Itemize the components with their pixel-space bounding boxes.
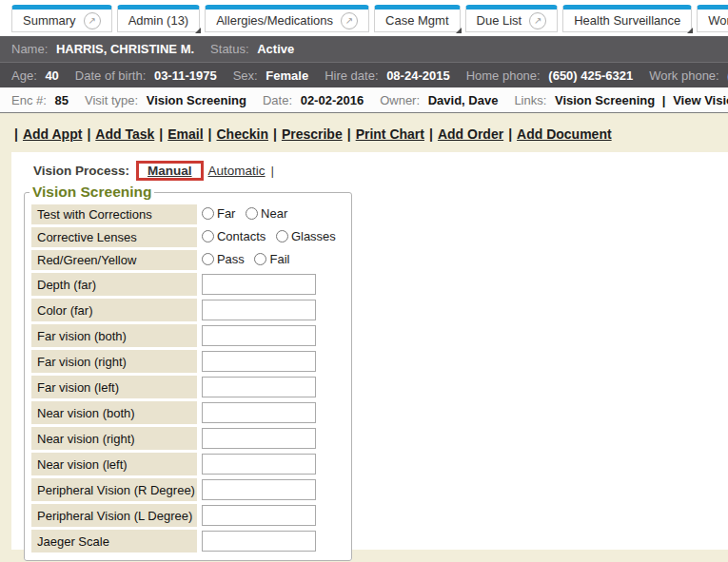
input-near-vision-right[interactable] — [202, 428, 316, 449]
tab-summary[interactable]: Summary ↗ — [11, 5, 112, 32]
form-row-label-cell: Red/Green/Yellow — [31, 250, 197, 270]
form-row-control-cell — [200, 324, 344, 347]
tab-label: Health Surveillance — [574, 13, 680, 28]
input-far-vision-both[interactable] — [202, 325, 316, 346]
radio-red-green-yellow-fail[interactable] — [254, 253, 266, 265]
tab-due-list[interactable]: Due List ↗ — [465, 5, 559, 32]
radio-test-with-corrections-far[interactable] — [202, 207, 214, 220]
radio-option[interactable]: Pass — [202, 252, 245, 266]
form-row: Near vision (right) — [31, 427, 344, 450]
input-far-vision-right[interactable] — [202, 351, 316, 372]
form-row-label-cell: Jaeger Scale — [31, 530, 197, 552]
action-link-separator: | — [347, 126, 351, 142]
owner-label: Owner: — [380, 93, 420, 107]
patient-name-bar: Name: HARRIS, CHRISTINE M. Status: Activ… — [0, 36, 728, 62]
dob-group: Date of birth: 03-11-1975 — [75, 68, 217, 83]
input-far-vision-left[interactable] — [202, 377, 316, 397]
action-link-add-appt[interactable]: Add Appt — [23, 126, 82, 142]
input-peripheral-vision-l-degree[interactable] — [202, 505, 316, 526]
action-link-email[interactable]: Email — [167, 126, 203, 142]
form-row: Corrective Lenses Contacts Glasses — [31, 227, 344, 247]
form-row: Red/Green/Yellow Pass Fail — [31, 250, 344, 270]
external-link-icon[interactable]: ↗ — [84, 12, 101, 29]
radio-option-label: Glasses — [291, 229, 336, 243]
tab-menu-caret-icon — [456, 28, 462, 33]
link-view-vision-screening[interactable]: View Vision Screening — [673, 93, 728, 107]
action-link-separator: | — [508, 126, 512, 142]
home-phone-group: Home phone: (650) 425-6321 — [466, 68, 634, 83]
form-row-label-cell: Near vision (left) — [31, 453, 197, 475]
action-link-separator: | — [159, 126, 163, 142]
vision-process-link-manual[interactable]: Manual — [148, 164, 192, 178]
tab-work-status[interactable]: Work Status ↗ — [697, 5, 728, 32]
radio-option[interactable]: Contacts — [202, 229, 266, 243]
input-peripheral-vision-r-degree[interactable] — [202, 479, 316, 500]
action-link-add-order[interactable]: Add Order — [438, 126, 503, 142]
patient-name-group: Name: HARRIS, CHRISTINE M. — [11, 42, 194, 56]
sex-value: Female — [266, 68, 308, 83]
form-row: Far vision (right) — [31, 350, 344, 373]
action-link-prescribe[interactable]: Prescribe — [282, 126, 343, 142]
enc-number-group: Enc #: 85 — [11, 93, 69, 107]
home-phone-label: Home phone: — [466, 68, 541, 83]
vision-process-row: Vision Process: ManualAutomatic | — [33, 161, 728, 181]
action-link-separator: | — [429, 126, 433, 142]
radio-option-label: Near — [261, 206, 287, 221]
tab-label: Admin (13) — [128, 13, 189, 28]
hire-date-label: Hire date: — [325, 68, 378, 83]
age-label: Age: — [11, 68, 37, 83]
input-depth-far[interactable] — [202, 274, 316, 295]
action-link-separator: | — [87, 126, 90, 142]
action-link-add-document[interactable]: Add Document — [517, 126, 612, 142]
radio-option-label: Far — [217, 206, 236, 221]
form-row-label: Far vision (both) — [37, 329, 127, 343]
form-row-control-cell — [200, 273, 344, 296]
input-color-far[interactable] — [202, 300, 316, 320]
input-jaeger-scale[interactable] — [202, 531, 316, 552]
radio-option[interactable]: Glasses — [276, 229, 336, 243]
link-vision-screening[interactable]: Vision Screening — [555, 93, 655, 107]
tab-allergies-medications[interactable]: Allergies/Medications ↗ — [205, 5, 369, 32]
form-row: Peripheral Vision (R Degree) — [31, 478, 344, 501]
form-row-label: Peripheral Vision (R Degree) — [37, 483, 195, 497]
form-row-label: Jaeger Scale — [37, 534, 109, 549]
form-row-label-cell: Corrective Lenses — [31, 227, 197, 247]
form-row-control-cell — [200, 504, 344, 527]
radio-test-with-corrections-near[interactable] — [246, 207, 258, 220]
form-row-label-cell: Near vision (both) — [31, 401, 197, 424]
tab-health-surveillance[interactable]: Health Surveillance — [562, 5, 692, 32]
external-link-icon[interactable]: ↗ — [341, 12, 358, 29]
tab-admin-13[interactable]: Admin (13) — [117, 5, 201, 32]
enc-number-value: 85 — [54, 93, 68, 107]
input-near-vision-left[interactable] — [202, 454, 316, 475]
vision-process-trailing-separator: | — [271, 164, 275, 178]
form-row-label-cell: Peripheral Vision (L Degree) — [31, 504, 197, 527]
form-row: Color (far) — [31, 299, 344, 321]
form-row: Near vision (left) — [31, 453, 344, 475]
radio-red-green-yellow-pass[interactable] — [202, 253, 214, 265]
radio-corrective-lenses-glasses[interactable] — [276, 230, 288, 242]
dob-label: Date of birth: — [75, 68, 146, 83]
action-link-add-task[interactable]: Add Task — [95, 126, 154, 142]
vision-screening-table: Test with Corrections Far Near Correctiv… — [29, 202, 346, 555]
radio-option[interactable]: Fail — [254, 252, 289, 266]
form-row-label-cell: Far vision (both) — [31, 324, 197, 347]
radio-option-label: Contacts — [217, 229, 266, 243]
action-link-separator: | — [208, 126, 212, 142]
form-row-control-cell — [200, 478, 344, 501]
radio-option-label: Pass — [217, 252, 245, 266]
input-near-vision-both[interactable] — [202, 402, 316, 423]
external-link-icon[interactable]: ↗ — [529, 12, 546, 29]
dob-value: 03-11-1975 — [154, 68, 217, 83]
tab-menu-caret-icon — [195, 28, 201, 33]
tab-case-mgmt[interactable]: Case Mgmt — [374, 5, 460, 32]
tab-menu-caret-icon — [687, 28, 693, 33]
form-row: Near vision (both) — [31, 401, 344, 424]
radio-corrective-lenses-contacts[interactable] — [202, 230, 214, 242]
action-link-checkin[interactable]: Checkin — [217, 126, 268, 142]
vision-process-link-automatic[interactable]: Automatic — [208, 164, 266, 178]
radio-option[interactable]: Near — [246, 206, 287, 221]
action-link-print-chart[interactable]: Print Chart — [356, 126, 424, 142]
form-row: Test with Corrections Far Near — [31, 204, 344, 224]
radio-option[interactable]: Far — [202, 206, 236, 221]
